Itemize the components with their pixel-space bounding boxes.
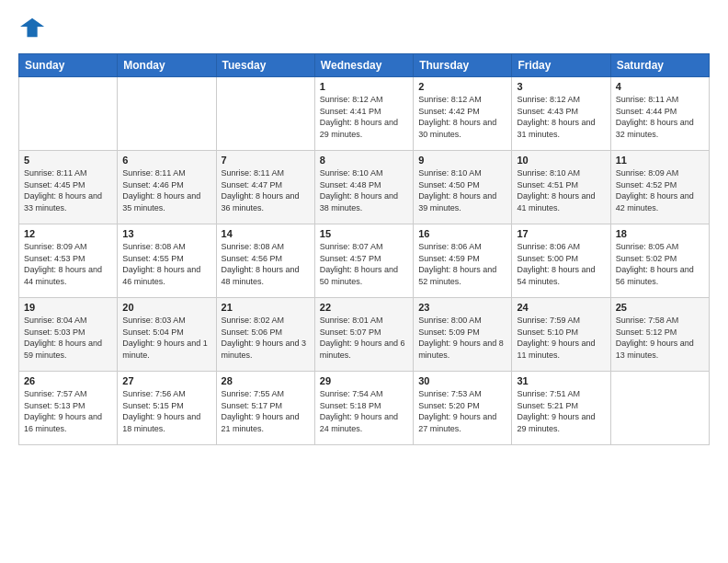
day-cell: 26Sunrise: 7:57 AM Sunset: 5:13 PM Dayli… [19, 372, 118, 445]
day-cell [216, 77, 314, 151]
day-info: Sunrise: 8:00 AM Sunset: 5:09 PM Dayligh… [418, 315, 506, 361]
day-number: 19 [24, 302, 112, 313]
day-info: Sunrise: 8:02 AM Sunset: 5:06 PM Dayligh… [222, 315, 310, 361]
day-info: Sunrise: 8:05 AM Sunset: 5:02 PM Dayligh… [616, 241, 704, 287]
day-info: Sunrise: 8:11 AM Sunset: 4:46 PM Dayligh… [122, 167, 210, 213]
day-info: Sunrise: 8:10 AM Sunset: 4:48 PM Dayligh… [320, 167, 408, 213]
day-cell: 14Sunrise: 8:08 AM Sunset: 4:56 PM Dayli… [216, 224, 314, 298]
logo [18, 15, 50, 44]
day-info: Sunrise: 7:56 AM Sunset: 5:15 PM Dayligh… [122, 388, 210, 434]
day-info: Sunrise: 8:11 AM Sunset: 4:44 PM Dayligh… [616, 94, 704, 140]
day-number: 23 [418, 302, 506, 313]
weekday-thursday: Thursday [414, 54, 512, 77]
day-info: Sunrise: 7:55 AM Sunset: 5:17 PM Dayligh… [222, 388, 310, 434]
day-cell: 11Sunrise: 8:09 AM Sunset: 4:52 PM Dayli… [610, 151, 709, 224]
day-cell [118, 77, 216, 151]
day-number: 20 [122, 302, 210, 313]
day-cell: 12Sunrise: 8:09 AM Sunset: 4:53 PM Dayli… [19, 224, 118, 298]
weekday-sunday: Sunday [19, 54, 118, 77]
day-number: 18 [616, 228, 704, 239]
day-info: Sunrise: 8:12 AM Sunset: 4:41 PM Dayligh… [320, 94, 408, 140]
day-number: 31 [517, 375, 605, 386]
calendar-table: SundayMondayTuesdayWednesdayThursdayFrid… [18, 53, 710, 445]
day-cell: 22Sunrise: 8:01 AM Sunset: 5:07 PM Dayli… [314, 298, 413, 372]
day-cell: 6Sunrise: 8:11 AM Sunset: 4:46 PM Daylig… [118, 151, 216, 224]
day-cell: 1Sunrise: 8:12 AM Sunset: 4:41 PM Daylig… [314, 77, 413, 151]
day-number: 11 [616, 155, 704, 166]
day-number: 14 [222, 228, 310, 239]
week-row-1: 1Sunrise: 8:12 AM Sunset: 4:41 PM Daylig… [19, 77, 710, 151]
day-cell: 9Sunrise: 8:10 AM Sunset: 4:50 PM Daylig… [414, 151, 512, 224]
day-cell: 2Sunrise: 8:12 AM Sunset: 4:42 PM Daylig… [414, 77, 512, 151]
day-number: 3 [517, 81, 605, 92]
week-row-4: 19Sunrise: 8:04 AM Sunset: 5:03 PM Dayli… [19, 298, 710, 372]
week-row-5: 26Sunrise: 7:57 AM Sunset: 5:13 PM Dayli… [19, 372, 710, 445]
day-number: 9 [418, 155, 506, 166]
logo-icon [20, 15, 46, 40]
day-cell: 24Sunrise: 7:59 AM Sunset: 5:10 PM Dayli… [512, 298, 610, 372]
day-cell: 27Sunrise: 7:56 AM Sunset: 5:15 PM Dayli… [118, 372, 216, 445]
day-number: 30 [418, 375, 506, 386]
day-cell: 18Sunrise: 8:05 AM Sunset: 5:02 PM Dayli… [610, 224, 709, 298]
day-info: Sunrise: 7:57 AM Sunset: 5:13 PM Dayligh… [24, 388, 112, 434]
day-cell: 4Sunrise: 8:11 AM Sunset: 4:44 PM Daylig… [610, 77, 709, 151]
day-cell: 25Sunrise: 7:58 AM Sunset: 5:12 PM Dayli… [610, 298, 709, 372]
day-info: Sunrise: 8:11 AM Sunset: 4:45 PM Dayligh… [24, 167, 112, 213]
day-number: 27 [122, 375, 210, 386]
day-number: 25 [616, 302, 704, 313]
day-info: Sunrise: 8:07 AM Sunset: 4:57 PM Dayligh… [320, 241, 408, 287]
day-info: Sunrise: 7:58 AM Sunset: 5:12 PM Dayligh… [616, 315, 704, 361]
day-cell: 3Sunrise: 8:12 AM Sunset: 4:43 PM Daylig… [512, 77, 610, 151]
day-number: 26 [24, 375, 112, 386]
day-info: Sunrise: 7:59 AM Sunset: 5:10 PM Dayligh… [517, 315, 605, 361]
day-cell [610, 372, 709, 445]
day-info: Sunrise: 8:09 AM Sunset: 4:52 PM Dayligh… [616, 167, 704, 213]
weekday-monday: Monday [118, 54, 216, 77]
day-cell: 21Sunrise: 8:02 AM Sunset: 5:06 PM Dayli… [216, 298, 314, 372]
weekday-tuesday: Tuesday [216, 54, 314, 77]
day-number: 1 [320, 81, 408, 92]
svg-marker-0 [20, 18, 44, 38]
day-number: 8 [320, 155, 408, 166]
day-number: 6 [122, 155, 210, 166]
day-number: 29 [320, 375, 408, 386]
day-number: 16 [418, 228, 506, 239]
day-info: Sunrise: 8:10 AM Sunset: 4:50 PM Dayligh… [418, 167, 506, 213]
day-info: Sunrise: 8:09 AM Sunset: 4:53 PM Dayligh… [24, 241, 112, 287]
day-info: Sunrise: 8:03 AM Sunset: 5:04 PM Dayligh… [122, 315, 210, 361]
weekday-header-row: SundayMondayTuesdayWednesdayThursdayFrid… [19, 54, 710, 77]
day-number: 2 [418, 81, 506, 92]
day-cell: 31Sunrise: 7:51 AM Sunset: 5:21 PM Dayli… [512, 372, 610, 445]
day-info: Sunrise: 8:12 AM Sunset: 4:43 PM Dayligh… [517, 94, 605, 140]
day-cell: 28Sunrise: 7:55 AM Sunset: 5:17 PM Dayli… [216, 372, 314, 445]
header [18, 15, 710, 44]
day-info: Sunrise: 7:53 AM Sunset: 5:20 PM Dayligh… [418, 388, 506, 434]
day-cell: 13Sunrise: 8:08 AM Sunset: 4:55 PM Dayli… [118, 224, 216, 298]
day-info: Sunrise: 8:12 AM Sunset: 4:42 PM Dayligh… [418, 94, 506, 140]
day-info: Sunrise: 8:06 AM Sunset: 4:59 PM Dayligh… [418, 241, 506, 287]
day-cell: 7Sunrise: 8:11 AM Sunset: 4:47 PM Daylig… [216, 151, 314, 224]
day-cell: 17Sunrise: 8:06 AM Sunset: 5:00 PM Dayli… [512, 224, 610, 298]
day-number: 15 [320, 228, 408, 239]
weekday-friday: Friday [512, 54, 610, 77]
weekday-wednesday: Wednesday [314, 54, 413, 77]
day-number: 28 [222, 375, 310, 386]
day-info: Sunrise: 8:04 AM Sunset: 5:03 PM Dayligh… [24, 315, 112, 361]
day-cell: 30Sunrise: 7:53 AM Sunset: 5:20 PM Dayli… [414, 372, 512, 445]
day-info: Sunrise: 7:51 AM Sunset: 5:21 PM Dayligh… [517, 388, 605, 434]
day-cell: 29Sunrise: 7:54 AM Sunset: 5:18 PM Dayli… [314, 372, 413, 445]
day-cell: 19Sunrise: 8:04 AM Sunset: 5:03 PM Dayli… [19, 298, 118, 372]
day-info: Sunrise: 8:08 AM Sunset: 4:56 PM Dayligh… [222, 241, 310, 287]
page: SundayMondayTuesdayWednesdayThursdayFrid… [0, 0, 728, 563]
day-info: Sunrise: 8:10 AM Sunset: 4:51 PM Dayligh… [517, 167, 605, 213]
day-number: 17 [517, 228, 605, 239]
day-number: 4 [616, 81, 704, 92]
day-number: 10 [517, 155, 605, 166]
day-info: Sunrise: 8:06 AM Sunset: 5:00 PM Dayligh… [517, 241, 605, 287]
day-number: 22 [320, 302, 408, 313]
day-number: 21 [222, 302, 310, 313]
day-cell: 23Sunrise: 8:00 AM Sunset: 5:09 PM Dayli… [414, 298, 512, 372]
day-info: Sunrise: 8:11 AM Sunset: 4:47 PM Dayligh… [222, 167, 310, 213]
week-row-2: 5Sunrise: 8:11 AM Sunset: 4:45 PM Daylig… [19, 151, 710, 224]
day-cell [19, 77, 118, 151]
